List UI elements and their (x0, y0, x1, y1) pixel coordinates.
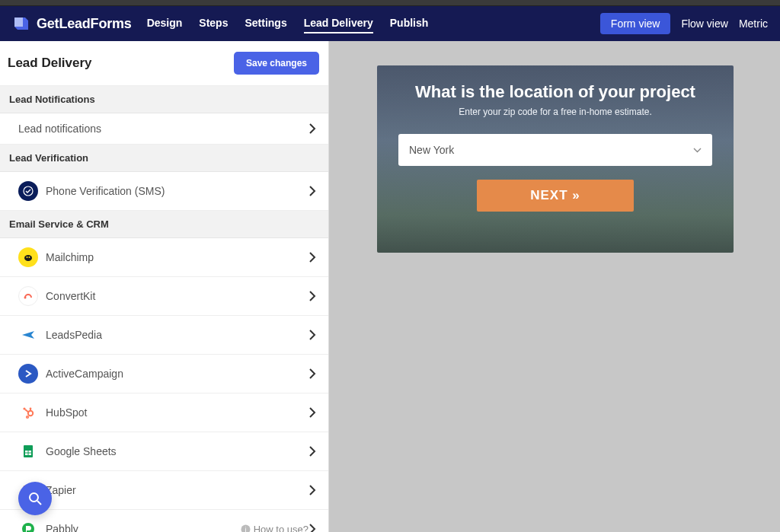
activecampaign-icon (18, 364, 38, 384)
form-subtitle: Enter your zip code for a free in-home e… (398, 107, 712, 117)
item-pabbly[interactable]: Pabbly i How to use? (0, 510, 328, 532)
item-google-sheets[interactable]: Google Sheets (0, 432, 328, 471)
chevron-right-icon (308, 524, 316, 532)
brand-name: GetLeadForms (37, 16, 132, 32)
section-email-crm: Email Service & CRM (0, 211, 328, 238)
tab-lead-delivery[interactable]: Lead Delivery (304, 14, 373, 33)
browser-chrome (0, 0, 780, 6)
section-lead-notifications: Lead Notifications (0, 86, 328, 113)
page-title: Lead Delivery (8, 56, 92, 71)
tab-design[interactable]: Design (147, 14, 183, 33)
nav-tabs: Design Steps Settings Lead Delivery Publ… (147, 14, 429, 33)
pabbly-icon (18, 519, 38, 532)
leadspedia-icon (18, 325, 38, 345)
preview-pane: What is the location of your project Ent… (329, 41, 780, 532)
logo[interactable]: GetLeadForms (12, 14, 132, 33)
help-search-fab[interactable] (18, 482, 52, 515)
next-button[interactable]: NEXT » (477, 180, 634, 212)
chevron-right-icon (308, 330, 316, 340)
item-mailchimp[interactable]: Mailchimp (0, 238, 328, 277)
chevron-right-icon (308, 186, 316, 196)
svg-point-0 (24, 186, 33, 196)
tab-steps[interactable]: Steps (199, 14, 228, 33)
item-label: ActiveCampaign (46, 368, 308, 380)
logo-icon (12, 14, 30, 33)
item-label: HubSpot (46, 406, 308, 419)
item-label: Lead notifications (18, 123, 308, 135)
svg-line-31 (37, 501, 41, 505)
item-label: Google Sheets (46, 445, 308, 457)
tab-publish[interactable]: Publish (390, 14, 429, 33)
location-select-value: New York (409, 144, 454, 156)
nav-right: Form view Flow view Metric (600, 13, 768, 34)
chevron-right-icon (308, 446, 316, 457)
location-select[interactable]: New York (398, 134, 712, 166)
section-lead-verification: Lead Verification (0, 145, 328, 172)
chevron-right-icon (308, 368, 316, 379)
chevron-right-icon (308, 291, 316, 301)
item-label: Zapier (46, 484, 308, 496)
search-icon (27, 491, 43, 506)
chevron-right-icon (308, 123, 316, 134)
sidebar-header: Lead Delivery Save changes (0, 41, 328, 86)
flow-view-link[interactable]: Flow view (681, 18, 727, 30)
item-phone-verification[interactable]: Phone Verification (SMS) (0, 172, 328, 211)
item-activecampaign[interactable]: ActiveCampaign (0, 355, 328, 393)
save-button[interactable]: Save changes (234, 52, 319, 75)
item-label: LeadsPedia (46, 329, 308, 341)
item-convertkit[interactable]: ConvertKit (0, 277, 328, 316)
svg-text:i: i (245, 525, 246, 532)
metrics-link[interactable]: Metric (739, 18, 768, 30)
svg-point-30 (30, 493, 38, 502)
sidebar: Lead Delivery Save changes Lead Notifica… (0, 41, 329, 532)
item-label: Phone Verification (SMS) (46, 185, 308, 197)
google-sheets-icon (18, 441, 38, 461)
hubspot-icon (18, 403, 38, 422)
convertkit-icon (18, 286, 38, 306)
chevron-down-icon (693, 148, 702, 153)
how-to-use-hint[interactable]: i How to use? (241, 524, 308, 533)
item-hubspot[interactable]: HubSpot (0, 393, 328, 432)
tab-settings[interactable]: Settings (245, 14, 286, 33)
top-nav: GetLeadForms Design Steps Settings Lead … (0, 6, 780, 41)
svg-point-10 (27, 416, 29, 419)
svg-point-4 (24, 297, 27, 299)
chevron-right-icon (308, 485, 316, 495)
svg-point-8 (30, 408, 32, 410)
mailchimp-icon (18, 247, 38, 267)
info-icon: i (241, 524, 251, 533)
svg-point-3 (29, 256, 30, 258)
chevron-right-icon (308, 252, 316, 263)
form-preview-card: What is the location of your project Ent… (377, 65, 734, 253)
item-lead-notifications[interactable]: Lead notifications (0, 113, 328, 145)
item-label: Mailchimp (46, 251, 308, 263)
form-question: What is the location of your project (398, 82, 712, 102)
phone-verify-icon (18, 181, 38, 201)
form-view-button[interactable]: Form view (600, 13, 671, 34)
item-label: ConvertKit (46, 290, 308, 302)
svg-point-2 (27, 256, 28, 258)
item-leadspedia[interactable]: LeadsPedia (0, 316, 328, 355)
hint-text: How to use? (254, 524, 308, 533)
item-label: Pabbly (46, 523, 235, 532)
chevron-right-icon (308, 407, 316, 418)
svg-point-1 (24, 255, 32, 261)
